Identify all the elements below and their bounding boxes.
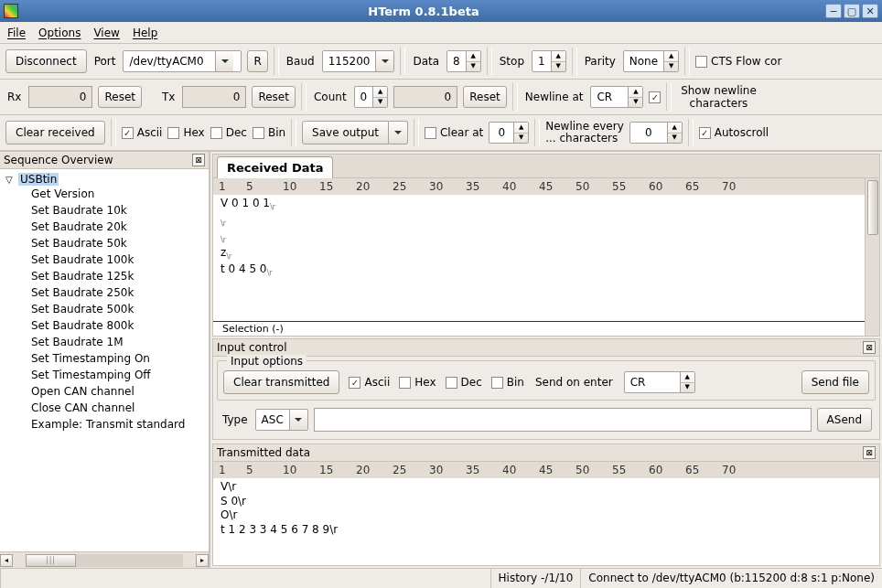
menu-help[interactable]: Help [133, 27, 157, 39]
sequence-sidebar: Sequence Overview ⊠ ▽ USBtin Get Version… [0, 152, 210, 568]
disconnect-button[interactable]: Disconnect [5, 49, 87, 73]
sequence-item[interactable]: Close CAN channel [0, 400, 209, 416]
newline-at-checkbox[interactable]: ✓ [649, 91, 661, 103]
clear-received-button[interactable]: Clear received [5, 121, 105, 144]
newline-every-spin[interactable]: 0▲▼ [629, 122, 683, 144]
newline-at-spin[interactable]: CR▲▼ [590, 86, 643, 108]
tx-dec-checkbox[interactable]: Dec [446, 376, 482, 389]
toolbar-counters: Rx 0 Reset Tx 0 Reset Count 0▲▼ 0 Reset … [0, 80, 882, 115]
minimize-button[interactable]: ─ [825, 4, 842, 18]
rx-lines[interactable]: V 0 1 0 1\r\r\rz\rt 0 4 5 0\r [213, 195, 865, 321]
chevron-down-icon[interactable] [215, 51, 233, 71]
send-file-button[interactable]: Send file [801, 370, 869, 394]
sequence-root[interactable]: ▽ USBtin [0, 173, 209, 186]
menubar: File Options View Help [0, 22, 882, 44]
sequence-tree[interactable]: ▽ USBtin Get VersionSet Baudrate 10kSet … [0, 169, 209, 551]
titlebar: HTerm 0.8.1beta ─ ▢ ✕ [0, 0, 882, 22]
newline-every-label-2: ... characters [545, 133, 624, 144]
tx-count: 0 [182, 86, 246, 108]
status-history: History -/1/10 [490, 569, 581, 588]
autoscroll-checkbox[interactable]: ✓Autoscroll [699, 126, 769, 139]
port-select[interactable]: /dev/ttyACM0 [123, 50, 242, 72]
sequence-item[interactable]: Set Baudrate 50k [0, 235, 209, 251]
received-panel: Received Data 15101520253035404550556065… [212, 154, 880, 337]
cts-checkbox[interactable]: CTS Flow cor [695, 55, 781, 68]
close-icon[interactable]: ⊠ [863, 446, 876, 459]
chevron-down-icon[interactable] [289, 410, 307, 430]
sequence-item[interactable]: Set Baudrate 100k [0, 251, 209, 268]
clear-transmitted-button[interactable]: Clear transmitted [223, 370, 339, 394]
count-spin[interactable]: 0▲▼ [354, 86, 389, 108]
rx-ruler: 1510152025303540455055606570 [213, 178, 865, 195]
baud-label: Baud [285, 55, 317, 68]
send-on-enter-label: Send on enter [533, 376, 615, 389]
tx-ascii-checkbox[interactable]: ✓Ascii [349, 376, 390, 389]
stop-label: Stop [498, 55, 526, 68]
rx-hex-checkbox[interactable]: Hex [167, 126, 204, 139]
sequence-item[interactable]: Set Baudrate 1M [0, 334, 209, 350]
received-data-tab[interactable]: Received Data [217, 156, 333, 178]
sequence-item[interactable]: Set Baudrate 800k [0, 317, 209, 334]
rx-ascii-checkbox[interactable]: ✓Ascii [122, 126, 163, 139]
input-options-legend: Input options [227, 355, 307, 368]
stop-spin[interactable]: 1▲▼ [532, 50, 566, 72]
rx-label: Rx [5, 91, 23, 103]
menu-options[interactable]: Options [38, 27, 81, 39]
data-spin[interactable]: 8▲▼ [446, 50, 481, 72]
sequence-item[interactable]: Open CAN channel [0, 383, 209, 400]
count-label: Count [312, 91, 349, 103]
sequence-item[interactable]: Set Baudrate 500k [0, 301, 209, 317]
tx-reset-button[interactable]: Reset [252, 86, 296, 108]
chevron-down-icon[interactable] [375, 51, 393, 71]
sidebar-hscroll[interactable]: ◂ ||| ▸ [0, 551, 209, 568]
window-title: HTerm 0.8.1beta [24, 5, 823, 18]
rx-reset-button[interactable]: Reset [98, 86, 142, 108]
sequence-item[interactable]: Set Baudrate 250k [0, 284, 209, 301]
save-output-button[interactable]: Save output [302, 121, 389, 144]
parity-label: Parity [583, 55, 618, 68]
newline-at-label: Newline at [523, 91, 586, 103]
close-button[interactable]: ✕ [862, 4, 878, 18]
parity-spin[interactable]: None▲▼ [623, 50, 679, 72]
sequence-item[interactable]: Get Version [0, 186, 209, 202]
baud-select[interactable]: 115200 [322, 50, 395, 72]
asend-button[interactable]: ASend [817, 408, 872, 432]
tx-hex-checkbox[interactable]: Hex [399, 376, 436, 389]
sequence-item[interactable]: Set Baudrate 20k [0, 219, 209, 235]
data-label: Data [411, 55, 441, 68]
menu-file[interactable]: File [7, 27, 26, 39]
count-reset-button[interactable]: Reset [463, 86, 507, 108]
input-field[interactable] [314, 408, 812, 432]
maximize-button[interactable]: ▢ [844, 4, 860, 18]
content-area: Sequence Overview ⊠ ▽ USBtin Get Version… [0, 151, 882, 568]
rx-selection: Selection (-) [213, 321, 865, 336]
send-on-enter-select[interactable]: CR▲▼ [624, 371, 695, 393]
app-icon [4, 4, 18, 18]
main-column: Received Data 15101520253035404550556065… [210, 152, 882, 568]
sequence-item[interactable]: Example: Transmit standard [0, 416, 209, 433]
close-icon[interactable]: ⊠ [192, 154, 205, 166]
rx-dec-checkbox[interactable]: Dec [210, 126, 247, 139]
count-disp: 0 [393, 86, 457, 108]
statusbar: History -/1/10 Connect to /dev/ttyACM0 (… [0, 568, 882, 588]
port-refresh-button[interactable]: R [247, 50, 267, 72]
sequence-header: Sequence Overview ⊠ [0, 152, 209, 169]
sequence-item[interactable]: Set Timestamping On [0, 350, 209, 367]
clear-at-spin[interactable]: 0▲▼ [489, 122, 529, 144]
rx-vscroll[interactable] [865, 178, 879, 336]
type-select[interactable]: ASC [255, 409, 308, 431]
tx-label: Tx [160, 91, 177, 103]
sequence-item[interactable]: Set Baudrate 10k [0, 202, 209, 219]
close-icon[interactable]: ⊠ [863, 341, 876, 354]
input-control-panel: Input control ⊠ Input options Clear tran… [212, 338, 880, 440]
sequence-item[interactable]: Set Baudrate 125k [0, 268, 209, 284]
toolbar-connection: Disconnect Port /dev/ttyACM0 R Baud 1152… [0, 44, 882, 80]
expand-icon[interactable]: ▽ [5, 175, 15, 185]
clear-at-checkbox[interactable]: Clear at [425, 126, 483, 139]
sequence-item[interactable]: Set Timestamping Off [0, 367, 209, 383]
rx-bin-checkbox[interactable]: Bin [253, 126, 285, 139]
tx-lines[interactable]: V\rS 0\rO\rt 1 2 3 3 4 5 6 7 8 9\r [213, 478, 879, 539]
menu-view[interactable]: View [93, 27, 119, 39]
save-output-dropdown[interactable] [389, 121, 408, 144]
tx-bin-checkbox[interactable]: Bin [491, 376, 524, 389]
